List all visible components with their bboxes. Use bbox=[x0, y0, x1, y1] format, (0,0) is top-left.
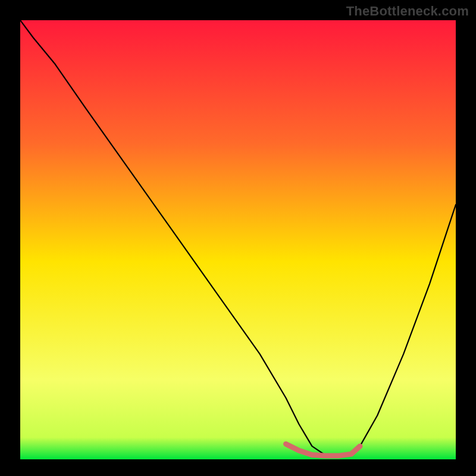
chart-svg bbox=[20, 20, 456, 459]
plot-area bbox=[20, 20, 456, 459]
gradient-background bbox=[20, 20, 456, 459]
chart-frame: TheBottleneck.com bbox=[0, 0, 476, 476]
watermark-text: TheBottleneck.com bbox=[346, 4, 469, 19]
